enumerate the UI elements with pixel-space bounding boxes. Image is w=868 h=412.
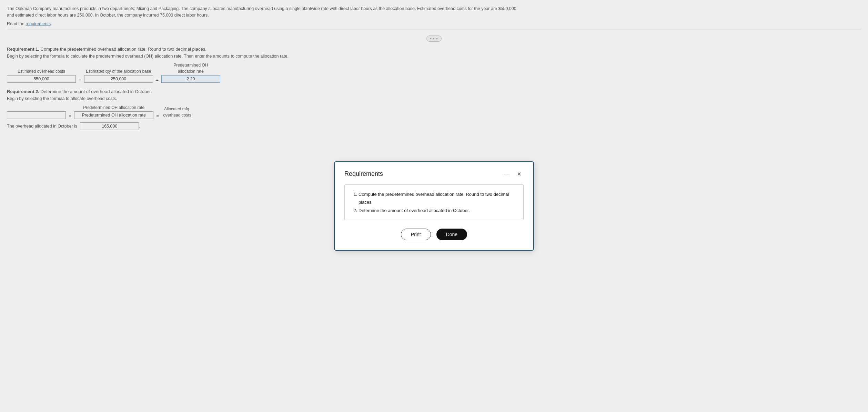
modal-overlay: Requirements — ✕ Compute the predetermin… bbox=[0, 0, 868, 142]
